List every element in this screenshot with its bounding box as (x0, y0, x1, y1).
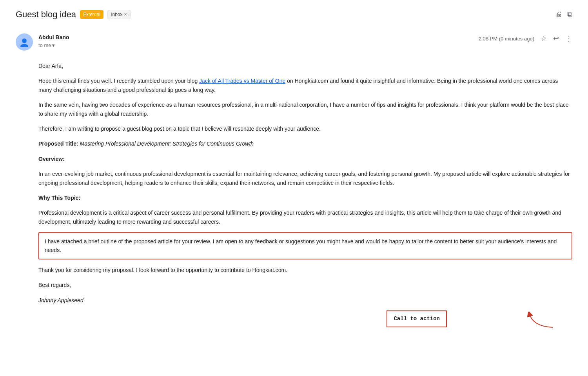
signature-area: Johnny Appleseed Call to action (38, 296, 572, 331)
more-options-icon[interactable]: ⋮ (565, 33, 572, 44)
proposed-title-label: Proposed Title: (38, 141, 78, 147)
email-title-row: Guest blog idea External Inbox × (16, 8, 131, 21)
timestamp: 2:08 PM (0 minutes ago) (479, 35, 534, 43)
proposed-title-value: Mastering Professional Development: Stra… (78, 141, 254, 147)
sender-to[interactable]: to me ▾ (38, 42, 69, 49)
cta-annotation-box: Call to action (387, 310, 447, 327)
badge-inbox: Inbox × (107, 10, 130, 19)
badge-inbox-close[interactable]: × (124, 11, 127, 18)
para3: Therefore, I am writing to propose a gue… (38, 124, 572, 133)
top-right-icons: 🖨 ⧉ (555, 9, 572, 20)
cta-annotation-group: Call to action (525, 312, 557, 331)
para2: In the same vein, having two decades of … (38, 100, 572, 118)
avatar (16, 33, 33, 51)
open-window-icon[interactable]: ⧉ (567, 9, 572, 20)
cta-arrow-area (525, 312, 557, 331)
salutation: Dear Arfa, (38, 62, 572, 70)
email-header: Guest blog idea External Inbox × 🖨 ⧉ (16, 8, 572, 24)
cta-paragraph-text: I have attached a brief outline of the p… (45, 238, 557, 253)
svg-point-0 (22, 38, 27, 43)
why-label: Why This Topic: (38, 195, 80, 201)
to-label: to me (38, 42, 51, 49)
overview-label: Overview: (38, 156, 65, 162)
signature: Johnny Appleseed (38, 296, 572, 305)
print-icon[interactable]: 🖨 (555, 9, 563, 20)
badge-inbox-label: Inbox (111, 11, 122, 18)
badge-external: External (80, 10, 103, 19)
sender-left: Abdul Bano to me ▾ (16, 33, 69, 51)
para1: Hope this email finds you well. I recent… (38, 77, 572, 94)
proposed-title-line: Proposed Title: Mastering Professional D… (38, 139, 572, 148)
cta-highlighted-paragraph: I have attached a brief outline of the p… (38, 232, 572, 259)
closing2: Best regards, (38, 281, 572, 289)
sender-info: Abdul Bano to me ▾ (38, 33, 69, 49)
overview-body: In an ever-evolving job market, continuo… (38, 170, 572, 187)
sender-name: Abdul Bano (38, 33, 69, 42)
sender-actions: 2:08 PM (0 minutes ago) ☆ ↩ ⋮ (479, 33, 572, 44)
dropdown-icon[interactable]: ▾ (52, 42, 55, 49)
why-body: Professional development is a critical a… (38, 208, 572, 226)
email-subject: Guest blog idea (16, 8, 76, 21)
para1-before-link: Hope this email finds you well. I recent… (38, 78, 199, 84)
cta-arrow-svg (525, 312, 557, 331)
svg-point-1 (20, 44, 28, 47)
email-body: Dear Arfa, Hope this email finds you wel… (38, 62, 572, 331)
sender-row: Abdul Bano to me ▾ 2:08 PM (0 minutes ag… (16, 33, 572, 54)
closing1: Thank you for considering my proposal. I… (38, 266, 572, 274)
para1-link[interactable]: Jack of All Trades vs Master of One (199, 78, 285, 84)
reply-icon[interactable]: ↩ (553, 33, 559, 44)
overview-label-line: Overview: (38, 155, 572, 163)
email-container: Guest blog idea External Inbox × 🖨 ⧉ Abd… (0, 0, 588, 347)
cta-annotation-text: Call to action (394, 316, 440, 322)
why-label-line: Why This Topic: (38, 193, 572, 202)
star-icon[interactable]: ☆ (541, 33, 547, 44)
